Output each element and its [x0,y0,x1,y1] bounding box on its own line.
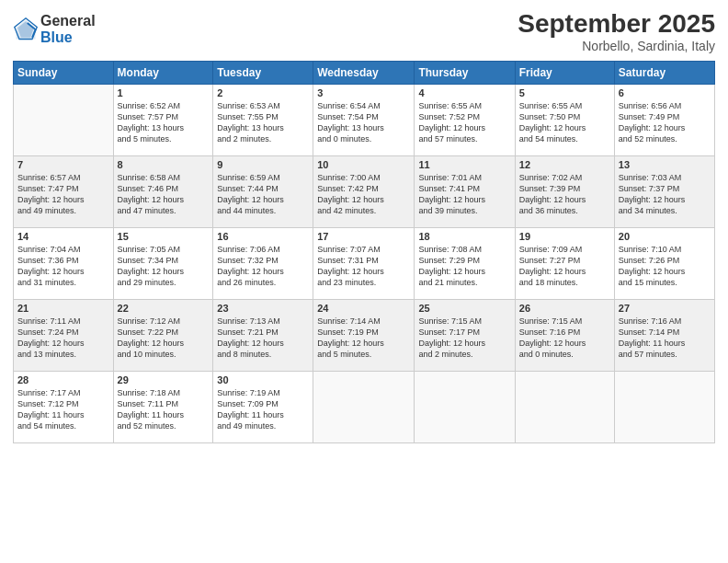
day-number: 30 [217,374,309,385]
day-number: 12 [519,159,610,170]
day-info: Sunrise: 7:11 AM Sunset: 7:24 PM Dayligh… [17,316,109,361]
logo-icon [13,17,39,42]
table-row [415,372,515,443]
table-row: 20Sunrise: 7:10 AM Sunset: 7:26 PM Dayli… [614,228,714,300]
day-number: 28 [17,374,109,385]
calendar-week-row: 7Sunrise: 6:57 AM Sunset: 7:47 PM Daylig… [14,156,715,228]
day-info: Sunrise: 7:09 AM Sunset: 7:27 PM Dayligh… [519,244,610,289]
day-info: Sunrise: 6:59 AM Sunset: 7:44 PM Dayligh… [217,172,309,217]
location-subtitle: Norbello, Sardinia, Italy [518,39,715,53]
table-row: 3Sunrise: 6:54 AM Sunset: 7:54 PM Daylig… [313,85,415,156]
day-number: 19 [519,231,610,242]
day-number: 11 [418,159,510,170]
table-row: 13Sunrise: 7:03 AM Sunset: 7:37 PM Dayli… [614,156,714,228]
day-info: Sunrise: 7:08 AM Sunset: 7:29 PM Dayligh… [418,244,510,289]
table-row: 27Sunrise: 7:16 AM Sunset: 7:14 PM Dayli… [614,300,714,372]
day-number: 20 [619,231,711,242]
day-number: 13 [619,159,711,170]
logo: General Blue [13,13,96,45]
table-row: 23Sunrise: 7:13 AM Sunset: 7:21 PM Dayli… [213,300,313,372]
logo-blue-text: Blue [40,29,96,46]
day-number: 14 [17,231,109,242]
header: General Blue September 2025 Norbello, Sa… [13,9,715,53]
day-number: 23 [217,303,309,314]
day-info: Sunrise: 7:15 AM Sunset: 7:17 PM Dayligh… [418,316,510,361]
day-number: 7 [17,159,109,170]
table-row: 4Sunrise: 6:55 AM Sunset: 7:52 PM Daylig… [415,85,515,156]
day-info: Sunrise: 6:58 AM Sunset: 7:46 PM Dayligh… [118,172,210,217]
day-info: Sunrise: 7:02 AM Sunset: 7:39 PM Dayligh… [519,172,610,217]
day-number: 9 [217,159,309,170]
day-number: 10 [317,159,410,170]
col-monday: Monday [113,62,213,85]
table-row: 18Sunrise: 7:08 AM Sunset: 7:29 PM Dayli… [415,228,515,300]
day-number: 2 [217,87,309,98]
day-info: Sunrise: 6:55 AM Sunset: 7:50 PM Dayligh… [519,100,610,145]
day-number: 16 [217,231,309,242]
calendar-body: 1Sunrise: 6:52 AM Sunset: 7:57 PM Daylig… [14,85,715,443]
table-row: 6Sunrise: 6:56 AM Sunset: 7:49 PM Daylig… [614,85,714,156]
calendar-week-row: 21Sunrise: 7:11 AM Sunset: 7:24 PM Dayli… [14,300,715,372]
day-info: Sunrise: 7:15 AM Sunset: 7:16 PM Dayligh… [519,316,610,361]
day-info: Sunrise: 7:12 AM Sunset: 7:22 PM Dayligh… [118,316,210,361]
col-friday: Friday [515,62,614,85]
table-row: 16Sunrise: 7:06 AM Sunset: 7:32 PM Dayli… [213,228,313,300]
title-area: September 2025 Norbello, Sardinia, Italy [518,9,715,53]
table-row: 11Sunrise: 7:01 AM Sunset: 7:41 PM Dayli… [415,156,515,228]
day-number: 26 [519,303,610,314]
day-info: Sunrise: 7:06 AM Sunset: 7:32 PM Dayligh… [217,244,309,289]
calendar-week-row: 1Sunrise: 6:52 AM Sunset: 7:57 PM Daylig… [14,85,715,156]
calendar-table: Sunday Monday Tuesday Wednesday Thursday… [13,61,715,443]
logo-general-text: General [40,13,96,29]
day-number: 8 [118,159,210,170]
day-info: Sunrise: 7:04 AM Sunset: 7:36 PM Dayligh… [17,244,109,289]
logo-text: General Blue [40,13,96,45]
table-row [614,372,714,443]
day-info: Sunrise: 7:00 AM Sunset: 7:42 PM Dayligh… [317,172,410,217]
day-number: 21 [17,303,109,314]
table-row: 14Sunrise: 7:04 AM Sunset: 7:36 PM Dayli… [14,228,114,300]
table-row: 17Sunrise: 7:07 AM Sunset: 7:31 PM Dayli… [313,228,415,300]
day-number: 29 [118,374,210,385]
day-info: Sunrise: 7:10 AM Sunset: 7:26 PM Dayligh… [619,244,711,289]
day-number: 4 [418,87,510,98]
day-number: 27 [619,303,711,314]
table-row: 8Sunrise: 6:58 AM Sunset: 7:46 PM Daylig… [113,156,213,228]
table-row: 30Sunrise: 7:19 AM Sunset: 7:09 PM Dayli… [213,372,313,443]
day-number: 5 [519,87,610,98]
day-info: Sunrise: 7:05 AM Sunset: 7:34 PM Dayligh… [118,244,210,289]
day-number: 22 [118,303,210,314]
day-info: Sunrise: 7:16 AM Sunset: 7:14 PM Dayligh… [619,316,711,361]
day-number: 6 [619,87,711,98]
calendar-week-row: 14Sunrise: 7:04 AM Sunset: 7:36 PM Dayli… [14,228,715,300]
day-number: 15 [118,231,210,242]
day-info: Sunrise: 7:01 AM Sunset: 7:41 PM Dayligh… [418,172,510,217]
col-thursday: Thursday [415,62,515,85]
table-row: 1Sunrise: 6:52 AM Sunset: 7:57 PM Daylig… [113,85,213,156]
table-row: 24Sunrise: 7:14 AM Sunset: 7:19 PM Dayli… [313,300,415,372]
day-info: Sunrise: 7:03 AM Sunset: 7:37 PM Dayligh… [619,172,711,217]
table-row [313,372,415,443]
day-info: Sunrise: 7:07 AM Sunset: 7:31 PM Dayligh… [317,244,410,289]
table-row: 2Sunrise: 6:53 AM Sunset: 7:55 PM Daylig… [213,85,313,156]
day-info: Sunrise: 6:52 AM Sunset: 7:57 PM Dayligh… [118,100,210,145]
table-row: 7Sunrise: 6:57 AM Sunset: 7:47 PM Daylig… [14,156,114,228]
table-row [14,85,114,156]
svg-marker-2 [17,21,34,38]
table-row: 21Sunrise: 7:11 AM Sunset: 7:24 PM Dayli… [14,300,114,372]
day-number: 24 [317,303,410,314]
table-row: 15Sunrise: 7:05 AM Sunset: 7:34 PM Dayli… [113,228,213,300]
table-row: 12Sunrise: 7:02 AM Sunset: 7:39 PM Dayli… [515,156,614,228]
day-info: Sunrise: 6:55 AM Sunset: 7:52 PM Dayligh… [418,100,510,145]
calendar-header-row: Sunday Monday Tuesday Wednesday Thursday… [14,62,715,85]
day-info: Sunrise: 7:18 AM Sunset: 7:11 PM Dayligh… [118,387,210,432]
col-wednesday: Wednesday [313,62,415,85]
table-row [515,372,614,443]
day-info: Sunrise: 7:19 AM Sunset: 7:09 PM Dayligh… [217,387,309,432]
day-number: 25 [418,303,510,314]
day-info: Sunrise: 7:13 AM Sunset: 7:21 PM Dayligh… [217,316,309,361]
month-title: September 2025 [518,9,715,39]
day-info: Sunrise: 6:53 AM Sunset: 7:55 PM Dayligh… [217,100,309,145]
col-sunday: Sunday [14,62,114,85]
col-tuesday: Tuesday [213,62,313,85]
